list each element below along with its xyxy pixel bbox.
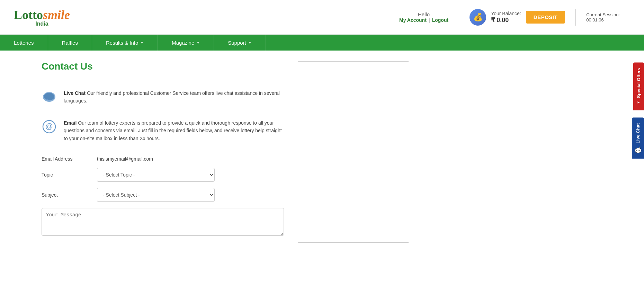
live-chat-icon — [42, 89, 57, 105]
sidebar — [298, 61, 409, 243]
session-time: 00:01:06 — [586, 17, 620, 22]
topic-select[interactable]: - Select Topic - Account Payments Lotter… — [97, 168, 215, 182]
email-description: Our team of lottery experts is prepared … — [64, 120, 282, 141]
header-session-section: Current Session: 00:01:06 — [576, 12, 630, 22]
email-row: Email Address thisismyemail@gmail.com — [42, 156, 284, 162]
logo-india-text: India — [35, 21, 48, 27]
my-account-link[interactable]: My Account — [399, 17, 427, 23]
topic-row: Topic - Select Topic - Account Payments … — [42, 168, 284, 182]
header-balance-section: 💰 Your Balance: ₹ 0.00 DEPOSIT — [459, 9, 576, 26]
live-chat-heading: Live Chat — [64, 90, 86, 96]
special-offers-tab[interactable]: ◄ Special Offers — [633, 62, 644, 110]
content-wrapper: Contact Us Live Chat Our friendly and pr… — [0, 51, 644, 253]
page-title: Contact Us — [42, 61, 284, 72]
live-chat-tab-label: Live Chat — [635, 123, 641, 144]
email-text: Email Our team of lottery experts is pre… — [64, 119, 284, 142]
email-heading: Email — [64, 120, 77, 126]
balance-info: Your Balance: ₹ 0.00 — [491, 11, 521, 24]
subject-select[interactable]: - Select Subject - General Inquiry Compl… — [97, 188, 215, 202]
balance-amount: ₹ 0.00 — [491, 16, 521, 24]
svg-point-1 — [44, 93, 54, 100]
live-chat-description: Our friendly and professional Customer S… — [64, 90, 280, 104]
session-label: Current Session: — [586, 12, 620, 17]
results-arrow-icon: ▼ — [140, 41, 144, 45]
logo-lotto-text: Lotto — [14, 8, 43, 22]
message-row — [42, 208, 284, 237]
magazine-arrow-icon: ▼ — [196, 41, 200, 45]
main-content: Contact Us Live Chat Our friendly and pr… — [42, 61, 284, 243]
nav-results-info[interactable]: Results & Info ▼ — [92, 35, 158, 51]
special-offers-arrow-icon: ◄ — [637, 101, 641, 105]
contact-form: Email Address thisismyemail@gmail.com To… — [42, 156, 284, 237]
live-chat-text: Live Chat Our friendly and professional … — [64, 89, 284, 105]
svg-text:@: @ — [45, 122, 53, 130]
email-value: thisismyemail@gmail.com — [97, 156, 153, 162]
nav-raffles[interactable]: Raffles — [48, 35, 92, 51]
site-header: Lotto smile India Hello My Account | Log… — [0, 0, 644, 35]
email-section: @ Email Our team of lottery experts is p… — [42, 112, 284, 149]
separator: | — [429, 17, 430, 23]
live-chat-tab[interactable]: 💬 Live Chat — [632, 118, 644, 159]
nav-lotteries[interactable]: Lotteries — [0, 35, 48, 51]
subject-row: Subject - Select Subject - General Inqui… — [42, 188, 284, 202]
logo-smile-text: smile — [43, 8, 70, 22]
email-icon: @ — [42, 119, 57, 134]
header-hello-section: Hello My Account | Logout — [389, 11, 459, 23]
live-chat-section: Live Chat Our friendly and professional … — [42, 82, 284, 112]
deposit-button[interactable]: DEPOSIT — [526, 11, 565, 24]
wallet-icon: 💰 — [469, 9, 486, 26]
logout-link[interactable]: Logout — [432, 17, 448, 23]
email-label: Email Address — [42, 156, 90, 162]
topic-label: Topic — [42, 172, 90, 178]
nav-magazine[interactable]: Magazine ▼ — [158, 35, 214, 51]
balance-label: Your Balance: — [491, 11, 521, 16]
logo: Lotto smile India — [14, 8, 70, 27]
live-chat-tab-icon: 💬 — [635, 146, 641, 153]
special-offers-label: Special Offers — [636, 68, 641, 98]
message-textarea[interactable] — [42, 208, 284, 236]
subject-label: Subject — [42, 192, 90, 198]
nav-support[interactable]: Support ▼ — [214, 35, 266, 51]
main-nav: Lotteries Raffles Results & Info ▼ Magaz… — [0, 35, 644, 51]
support-arrow-icon: ▼ — [248, 41, 252, 45]
hello-label: Hello — [418, 11, 430, 17]
